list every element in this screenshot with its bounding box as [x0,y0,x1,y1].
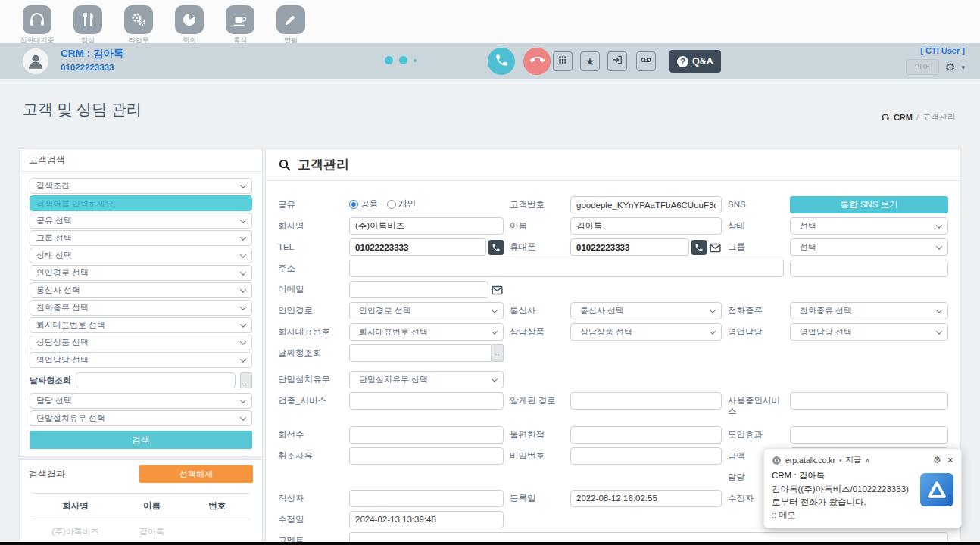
writer-input[interactable] [349,490,504,507]
dial-mobile-button[interactable] [691,240,707,255]
notification-time: 지금 [845,455,861,466]
calendar-button[interactable]: .. [240,372,252,388]
share-select[interactable]: 공유 선택 [30,213,252,229]
date-search-label: 날짜형조회 [30,375,71,386]
sns-view-button[interactable]: 통합 SNS 보기 [790,196,948,213]
keypad-button[interactable] [553,51,573,71]
status-button-other-work[interactable]: 타업무 [121,5,156,45]
keyword-input[interactable] [30,195,252,211]
carrier-select[interactable]: 통신사 선택 [30,282,252,298]
inconvenience-input[interactable] [570,426,722,444]
status-button-call-waiting[interactable]: 전화대기중 [20,5,55,45]
address-label: 주소 [278,260,343,273]
chevron-down-icon [240,304,246,310]
terminal-install-select[interactable]: 단말설치유무 선택 [30,410,252,426]
current-customer-info: CRM : 김아톡 01022223333 [61,47,123,72]
chevron-down-icon [936,307,942,313]
notification-memo: :: 메모 [772,509,913,521]
customer-number-input[interactable] [570,196,722,213]
breadcrumb-root[interactable]: CRM [894,113,913,122]
notification-settings-icon[interactable]: ⚙ [933,456,941,465]
company-number-select[interactable]: 회사대표번호 선택 [349,323,504,341]
date-search-input[interactable] [349,344,492,362]
sales-rep-select[interactable]: 영업담당 선택 [790,323,948,341]
breadcrumb-current: 고객관리 [922,111,956,123]
lines-input[interactable] [349,426,504,444]
radio-public[interactable]: 공용 [349,198,378,210]
terminal-install-select[interactable]: 단말설치유무 선택 [349,371,504,388]
gears-icon [124,5,153,34]
group-select[interactable]: 선택 [790,238,948,256]
lines-label: 회선수 [278,426,343,440]
collapse-caret-icon[interactable]: ∧ [865,457,869,464]
status-select[interactable]: 선택 [790,217,948,235]
email-input[interactable] [349,281,488,298]
status-button-break[interactable]: 휴식 [223,5,257,45]
deselect-button[interactable]: 선택해제 [139,465,253,483]
status-button-pencil[interactable]: 연필 [273,5,308,45]
name-input[interactable] [570,217,722,235]
table-row[interactable]: (주)아톡비즈 김아톡 [32,519,250,537]
search-condition-select[interactable]: 검색조건 [30,178,252,194]
carrier-select[interactable]: 통신사 선택 [570,302,722,319]
language-button[interactable]: 언어 [906,59,939,75]
column-name: 이름 [119,500,184,512]
qna-button[interactable]: ? Q&A [669,50,721,73]
transfer-button[interactable] [607,51,627,71]
dial-tel-button[interactable] [488,240,504,255]
status-dots [385,56,417,64]
sms-envelope-icon[interactable] [709,241,722,254]
chevron-down-icon[interactable]: ▾ [961,64,965,71]
known-path-input[interactable] [570,392,722,410]
address-detail-input[interactable] [790,260,948,277]
company-number-select[interactable]: 회사대표번호 선택 [30,317,252,333]
address-input[interactable] [349,260,784,277]
product-select[interactable]: 상담상품 선택 [570,323,722,341]
favorite-button[interactable]: ★ [580,51,600,71]
manager-select[interactable]: 담당 선택 [30,393,252,409]
phone-hangup-icon [530,53,545,70]
status-button-meeting[interactable]: 회의 [172,5,207,45]
tel-input[interactable] [349,238,486,256]
calendar-button[interactable]: .. [492,344,504,362]
cancel-reason-input[interactable] [349,447,504,465]
status-dot [385,56,393,64]
chevron-down-icon [240,397,246,403]
browser-notification[interactable]: erp.atalk.co.kr • 지금 ∧ ⚙ × CRM : 김아톡 김아톡… [763,448,962,528]
search-icon [278,158,292,172]
call-type-select[interactable]: 전화종류 선택 [30,300,252,316]
reg-date-input[interactable] [570,490,722,507]
close-icon[interactable]: × [947,455,953,466]
sales-rep-select[interactable]: 영업담당 선택 [30,352,252,368]
industry-input[interactable] [349,392,504,410]
gear-icon[interactable]: ⚙ [945,61,955,73]
cti-user-label: [ CTI User ] [906,46,965,55]
inbound-path-select[interactable]: 인입경로 선택 [349,302,504,319]
status-button-lunch[interactable]: 점심 [70,5,105,45]
radio-private[interactable]: 개인 [387,198,416,210]
group-select[interactable]: 그룹 선택 [30,230,252,246]
mail-icon[interactable] [491,284,504,297]
search-button[interactable]: 검색 [30,431,252,449]
used-service-input[interactable] [790,392,948,410]
effect-input[interactable] [790,426,948,444]
keypad-icon [557,54,568,68]
date-search-input[interactable] [76,372,236,388]
hangup-button[interactable] [523,48,551,75]
inbound-path-select[interactable]: 인입경로 선택 [30,265,252,281]
product-select[interactable]: 상담상품 선택 [30,335,252,350]
status-select[interactable]: 상태 선택 [30,248,252,263]
mod-date-input[interactable] [349,511,504,528]
call-button[interactable] [488,48,515,75]
headset-icon [23,5,51,34]
status-label: 상태 [728,217,784,231]
mobile-input[interactable] [570,238,689,256]
star-icon: ★ [585,55,595,67]
password-input[interactable] [570,447,722,465]
voicemail-button[interactable] [636,51,656,71]
pencil-icon [276,5,305,34]
call-type-select[interactable]: 전화종류 선택 [790,302,948,319]
company-name-input[interactable] [349,217,504,235]
utensils-icon [73,5,102,34]
product-label: 상담상품 [510,323,564,337]
